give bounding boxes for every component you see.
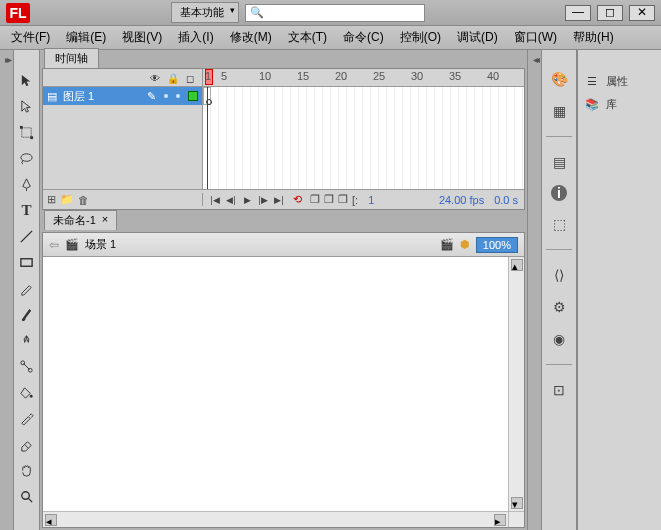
workspace-dropdown[interactable]: 基本功能: [171, 2, 239, 23]
deco-tool[interactable]: [17, 330, 37, 350]
step-back-button[interactable]: ◀|: [225, 194, 237, 206]
pen-tool[interactable]: [17, 174, 37, 194]
timeline-panel: 👁 🔒 ◻ 1 5 10 15 20 25 30 35: [42, 68, 525, 210]
lock-icon[interactable]: 🔒: [167, 73, 179, 84]
delete-layer-button[interactable]: 🗑: [78, 194, 89, 206]
edit-symbols-button[interactable]: ⬢: [460, 238, 470, 251]
menu-debug[interactable]: 调试(D): [450, 26, 505, 49]
outline-color[interactable]: [188, 91, 198, 101]
ruler-mark: 5: [221, 70, 259, 82]
menu-control[interactable]: 控制(O): [393, 26, 448, 49]
code-snippets-icon[interactable]: ⟨⟩: [548, 266, 570, 284]
timeline-ruler[interactable]: 1 5 10 15 20 25 30 35 40: [203, 69, 524, 86]
outline-icon[interactable]: ◻: [186, 73, 194, 84]
library-panel-button[interactable]: 📚 库: [578, 93, 661, 116]
step-forward-button[interactable]: |▶: [257, 194, 269, 206]
properties-panel-button[interactable]: ☰ 属性: [578, 70, 661, 93]
eraser-tool[interactable]: [17, 434, 37, 454]
vertical-scrollbar[interactable]: ▴▾: [508, 257, 524, 511]
text-tool[interactable]: T: [17, 200, 37, 220]
tools-panel: T: [14, 50, 40, 530]
search-input[interactable]: 🔍: [245, 4, 425, 22]
menu-file[interactable]: 文件(F): [4, 26, 57, 49]
maximize-button[interactable]: ◻: [597, 5, 623, 21]
brush-tool[interactable]: [17, 304, 37, 324]
goto-last-button[interactable]: ▶|: [273, 194, 285, 206]
svg-rect-2: [30, 136, 33, 139]
minimize-button[interactable]: —: [565, 5, 591, 21]
paint-bucket-tool[interactable]: [17, 382, 37, 402]
svg-line-9: [24, 363, 30, 369]
align-panel-icon[interactable]: ▤: [548, 153, 570, 171]
new-folder-button[interactable]: 📁: [60, 193, 74, 206]
menu-insert[interactable]: 插入(I): [171, 26, 220, 49]
onion-outline-button[interactable]: ❐: [324, 193, 334, 206]
swatches-panel-icon[interactable]: ▦: [548, 102, 570, 120]
line-tool[interactable]: [17, 226, 37, 246]
edit-multiple-button[interactable]: ❐: [338, 193, 348, 206]
back-arrow-icon[interactable]: ⇦: [49, 238, 59, 252]
menu-text[interactable]: 文本(T): [281, 26, 334, 49]
layer-name[interactable]: 图层 1: [63, 89, 94, 104]
right-collapse-strip[interactable]: ◂◂: [527, 50, 541, 530]
info-panel-icon[interactable]: i: [551, 185, 567, 201]
ruler-mark: 35: [449, 70, 487, 82]
svg-line-5: [21, 230, 32, 241]
lock-dot[interactable]: [176, 94, 180, 98]
scene-name[interactable]: 场景 1: [85, 237, 116, 252]
play-button[interactable]: ▶: [241, 194, 253, 206]
timeline-tab[interactable]: 时间轴: [44, 48, 99, 68]
selection-tool[interactable]: [17, 70, 37, 90]
svg-point-12: [22, 491, 30, 499]
menu-modify[interactable]: 修改(M): [223, 26, 279, 49]
hand-tool[interactable]: [17, 460, 37, 480]
layer-column-icons: 👁 🔒 ◻: [148, 72, 196, 84]
left-collapse-strip[interactable]: ▸▸: [0, 50, 14, 530]
menu-view[interactable]: 视图(V): [115, 26, 169, 49]
lasso-tool[interactable]: [17, 148, 37, 168]
document-area: ⇦ 🎬 场景 1 🎬 ⬢ 100% ▴▾ ◂ ▸: [42, 232, 525, 528]
ruler-mark: 10: [259, 70, 297, 82]
menu-commands[interactable]: 命令(C): [336, 26, 391, 49]
properties-icon: ☰: [584, 75, 600, 89]
edit-scene-button[interactable]: 🎬: [440, 238, 454, 251]
motion-presets-icon[interactable]: ◉: [548, 330, 570, 348]
transform-panel-icon[interactable]: ⬚: [548, 215, 570, 233]
center-frame-button[interactable]: ⟲: [293, 193, 302, 206]
menu-window[interactable]: 窗口(W): [507, 26, 564, 49]
frames-area[interactable]: [203, 87, 524, 189]
new-layer-button[interactable]: ⊞: [47, 193, 56, 206]
stage[interactable]: [43, 257, 508, 511]
layer-row[interactable]: ▤ 图层 1 ✎: [43, 87, 202, 105]
svg-point-10: [30, 394, 33, 397]
pencil-tool[interactable]: [17, 278, 37, 298]
fps-display[interactable]: 24.00 fps: [439, 194, 484, 206]
document-tab[interactable]: 未命名-1 ×: [44, 210, 117, 230]
visibility-icon[interactable]: 👁: [150, 73, 160, 84]
close-tab-icon[interactable]: ×: [102, 213, 108, 228]
pencil-icon: ✎: [147, 90, 156, 103]
components-panel-icon[interactable]: ⚙: [548, 298, 570, 316]
zoom-tool[interactable]: [17, 486, 37, 506]
rectangle-tool[interactable]: [17, 252, 37, 272]
menu-help[interactable]: 帮助(H): [566, 26, 621, 49]
modify-markers-button[interactable]: [:: [352, 194, 358, 206]
color-panel-icon[interactable]: 🎨: [548, 70, 570, 88]
free-transform-tool[interactable]: [17, 122, 37, 142]
bone-tool[interactable]: [17, 356, 37, 376]
goto-first-button[interactable]: |◀: [209, 194, 221, 206]
close-button[interactable]: ✕: [629, 5, 655, 21]
zoom-dropdown[interactable]: 100%: [476, 237, 518, 253]
onion-skin-button[interactable]: ❐: [310, 193, 320, 206]
eyedropper-tool[interactable]: [17, 408, 37, 428]
icon-dock: 🎨 ▦ ▤ i ⬚ ⟨⟩ ⚙ ◉ ⊡: [541, 50, 577, 530]
subselection-tool[interactable]: [17, 96, 37, 116]
project-panel-icon[interactable]: ⊡: [548, 381, 570, 399]
flash-logo: FL: [6, 3, 30, 23]
document-tab-label: 未命名-1: [53, 213, 96, 228]
ruler-mark: 15: [297, 70, 335, 82]
horizontal-scrollbar[interactable]: ◂ ▸: [43, 511, 524, 527]
visibility-dot[interactable]: [164, 94, 168, 98]
menu-edit[interactable]: 编辑(E): [59, 26, 113, 49]
scene-icon: 🎬: [65, 238, 79, 251]
